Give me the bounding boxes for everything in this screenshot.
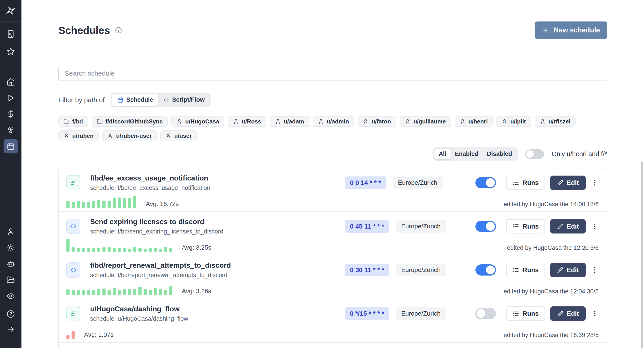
sidebar-item-workspace[interactable] — [4, 27, 18, 41]
enable-toggle[interactable] — [476, 264, 496, 276]
list-icon — [512, 223, 519, 230]
user-icon — [233, 118, 239, 124]
sidebar-group-admin — [0, 224, 22, 303]
play-icon — [6, 94, 15, 102]
boxes-icon — [6, 126, 15, 134]
schedule-actions: Runs Edit — [476, 219, 598, 234]
schedule-path[interactable]: f/bd/ee_excess_usage_notification — [90, 174, 345, 182]
sidebar-item-help[interactable] — [4, 307, 18, 321]
kebab-icon — [591, 310, 598, 317]
schedule-badges: 0 30 11 * * * Europe/Zurich — [345, 264, 446, 276]
path-chip-u-adam[interactable]: u/adam — [270, 116, 309, 127]
runs-button[interactable]: Runs — [506, 176, 545, 190]
status-filter-row: AllEnabledDisabled Only u/henri and f/* — [58, 148, 607, 160]
path-chip-f-bd[interactable]: f/bd — [58, 116, 88, 127]
sidebar-item-users[interactable] — [4, 224, 18, 239]
user-icon — [107, 133, 113, 139]
kind-option-script-flow[interactable]: Script/Flow — [158, 94, 210, 106]
path-chip-u-lplit[interactable]: u/lplit — [496, 116, 531, 127]
scrollbar[interactable] — [640, 0, 644, 348]
status-option-all[interactable]: All — [434, 149, 451, 159]
filter-row: Filter by path of ScheduleScript/Flow — [58, 92, 607, 107]
runs-button[interactable]: Runs — [506, 263, 545, 277]
search-input[interactable] — [58, 66, 607, 81]
past-runs-bars[interactable] — [66, 286, 172, 295]
path-chip-u-guillaume[interactable]: u/guillaume — [400, 116, 451, 127]
avg-duration: Avg: 16.72s — [146, 200, 179, 208]
runs-button[interactable]: Runs — [506, 219, 545, 234]
kebab-icon — [591, 222, 598, 230]
more-menu-button[interactable] — [591, 222, 598, 230]
path-chip-u-faton[interactable]: u/faton — [358, 116, 396, 127]
sidebar-item-expand[interactable] — [4, 322, 18, 336]
path-chip-u-henri[interactable]: u/henri — [454, 116, 493, 127]
sidebar-item-audit-logs[interactable] — [4, 289, 18, 303]
more-menu-button[interactable] — [591, 179, 598, 186]
star-icon — [6, 47, 15, 56]
sidebar-item-home[interactable] — [4, 75, 18, 89]
schedule-list: f/bd/ee_excess_usage_notification schedu… — [58, 168, 607, 348]
path-chip-u-user[interactable]: u/user — [160, 130, 197, 141]
schedule-path[interactable]: u/HugoCasa/dashing_flow — [90, 305, 345, 313]
kind-option-schedule[interactable]: Schedule — [112, 94, 158, 106]
path-chip-f-discordgithubsync[interactable]: f/discordGithubSync — [92, 116, 168, 127]
info-icon[interactable] — [115, 26, 122, 34]
new-schedule-button[interactable]: New schedule — [535, 22, 607, 39]
schedule-row: f/bd/ee_excess_usage_notification schedu… — [59, 168, 607, 212]
app-window: Schedules New schedule Filter by path of… — [0, 0, 644, 348]
path-chip-u-ruben-user[interactable]: u/ruben-user — [102, 130, 157, 141]
avg-duration: Avg: 1.07s — [84, 331, 114, 339]
past-runs-bars[interactable] — [66, 331, 75, 339]
path-chip-u-ross[interactable]: u/Ross — [228, 116, 266, 127]
avg-duration: Avg: 3.26s — [182, 288, 211, 295]
past-runs-bars[interactable] — [66, 239, 172, 252]
edit-button[interactable]: Edit — [550, 176, 586, 190]
path-chip-u-hugocasa[interactable]: u/HugoCasa — [171, 116, 224, 127]
settings-icon — [6, 244, 15, 252]
path-chip-u-rfiszel[interactable]: u/rfiszel — [535, 116, 576, 127]
edit-button[interactable]: Edit — [550, 306, 586, 321]
cron-badge: 0 */15 * * * * — [345, 307, 389, 320]
schedule-titles: u/HugoCasa/dashing_flow schedule: u/Hugo… — [90, 305, 345, 322]
windmill-logo[interactable] — [0, 0, 22, 22]
sidebar-item-settings[interactable] — [4, 241, 18, 255]
scrollbar-thumb[interactable] — [641, 162, 643, 348]
path-chip-u-ruben[interactable]: u/ruben — [58, 130, 98, 141]
status-option-enabled[interactable]: Enabled — [450, 149, 482, 159]
pencil-icon — [557, 180, 563, 186]
sidebar-item-variables[interactable] — [4, 107, 18, 121]
schedule-path[interactable]: Send expiring licenses to discord — [90, 218, 345, 226]
user-icon — [6, 228, 15, 236]
more-menu-button[interactable] — [591, 310, 598, 317]
sidebar-group-footer — [0, 307, 22, 348]
schedule-path[interactable]: f/bd/report_renewal_attempts_to_discord — [90, 261, 345, 270]
folder-icon — [6, 276, 15, 284]
more-menu-button[interactable] — [591, 266, 598, 274]
page-header: Schedules New schedule — [58, 22, 607, 39]
sidebar-item-workers[interactable] — [4, 257, 18, 271]
user-icon — [318, 118, 324, 124]
enable-toggle[interactable] — [476, 177, 496, 188]
sidebar-item-resources[interactable] — [4, 123, 18, 137]
status-option-disabled[interactable]: Disabled — [482, 149, 516, 159]
kebab-icon — [591, 179, 598, 186]
enable-toggle[interactable] — [476, 308, 496, 319]
sidebar-item-runs[interactable] — [4, 91, 18, 105]
path-chip-u-admin[interactable]: u/admin — [313, 116, 354, 127]
edit-button[interactable]: Edit — [550, 219, 586, 234]
cron-badge: 0 45 11 * * * — [345, 220, 389, 233]
user-icon — [502, 118, 507, 124]
list-icon — [512, 179, 519, 186]
edited-by: edited by HugoCasa the 14:00 18/6 — [504, 201, 598, 208]
sidebar-item-favorites[interactable] — [4, 44, 18, 58]
sidebar-item-schedules[interactable] — [4, 139, 18, 154]
edit-button[interactable]: Edit — [550, 263, 586, 277]
flow-icon — [70, 310, 77, 317]
sidebar-item-folders[interactable] — [4, 273, 18, 287]
past-runs-bars[interactable] — [66, 196, 136, 208]
folder-icon — [97, 118, 103, 124]
only-henri-switch[interactable] — [525, 150, 544, 159]
runs-button[interactable]: Runs — [506, 306, 545, 321]
enable-toggle[interactable] — [476, 221, 496, 232]
user-icon — [64, 133, 69, 139]
